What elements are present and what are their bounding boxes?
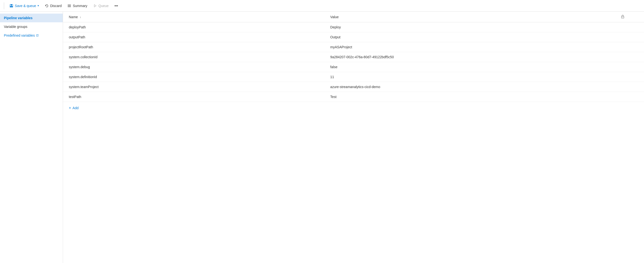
queue-button[interactable]: Queue: [90, 3, 111, 9]
variable-lock-cell: [615, 92, 644, 102]
variable-name: projectRootPath: [63, 42, 324, 52]
variable-name: deployPath: [63, 22, 324, 32]
sidebar: Pipeline variables Variable groups Prede…: [0, 12, 63, 263]
save-queue-button[interactable]: Save & queue ▾: [7, 3, 42, 9]
lock-header-icon: [621, 15, 624, 19]
sidebar-item-pipeline-variables[interactable]: Pipeline variables: [0, 14, 63, 22]
add-variable-button[interactable]: + Add: [63, 103, 84, 113]
table-row: testPath Test: [63, 92, 644, 102]
table-row: outputPath Output: [63, 32, 644, 42]
variable-value: false: [324, 62, 615, 72]
variable-value: Output: [324, 32, 615, 42]
col-header-value: Value: [324, 12, 615, 22]
svg-rect-1: [11, 4, 12, 6]
add-icon: +: [69, 106, 71, 110]
variable-lock-cell: [615, 62, 644, 72]
discard-label: Discard: [50, 4, 62, 8]
sidebar-item-predefined-variables[interactable]: Predefined variables: [0, 31, 63, 40]
variable-value: azure-streamanalytics-cicd-demo: [324, 82, 615, 92]
more-button[interactable]: •••: [112, 3, 120, 9]
variable-lock-cell: [615, 52, 644, 62]
svg-rect-2: [10, 6, 12, 7]
add-label: Add: [72, 106, 78, 110]
variable-value: myASAProject: [324, 42, 615, 52]
variable-lock-cell: [615, 22, 644, 32]
sort-icon: ↑: [80, 16, 81, 19]
toolbar: Save & queue ▾ Discard Summary Queue •••: [0, 0, 644, 12]
table-row: system.definitionId 11: [63, 72, 644, 82]
col-header-lock: [615, 12, 644, 22]
variable-value: 9a284207-002c-476a-80d7-49122bdf5c50: [324, 52, 615, 62]
variable-name: system.debug: [63, 62, 324, 72]
chevron-down-icon: ▾: [38, 4, 39, 7]
summary-icon: [67, 4, 71, 8]
table-row: deployPath Deploy: [63, 22, 644, 32]
variable-lock-cell: [615, 32, 644, 42]
table-row: system.teamProject azure-streamanalytics…: [63, 82, 644, 92]
save-queue-label: Save & queue: [15, 4, 36, 8]
variable-value: Deploy: [324, 22, 615, 32]
variable-name: system.teamProject: [63, 82, 324, 92]
sidebar-item-variable-groups[interactable]: Variable groups: [0, 22, 63, 31]
table-row: system.collectionId 9a284207-002c-476a-8…: [63, 52, 644, 62]
queue-label: Queue: [98, 4, 108, 8]
variable-lock-cell: [615, 82, 644, 92]
variable-name: system.collectionId: [63, 52, 324, 62]
summary-button[interactable]: Summary: [65, 3, 90, 9]
variable-name: outputPath: [63, 32, 324, 42]
queue-icon: [93, 4, 97, 8]
svg-point-8: [622, 17, 623, 18]
variable-name: system.definitionId: [63, 72, 324, 82]
svg-marker-6: [94, 5, 96, 7]
variable-name: testPath: [63, 92, 324, 102]
col-header-name[interactable]: Name ↑: [63, 12, 324, 22]
content-area: Name ↑ Value d: [63, 12, 644, 263]
more-icon: •••: [114, 4, 118, 8]
external-link-icon: [36, 34, 39, 37]
main-layout: Pipeline variables Variable groups Prede…: [0, 12, 644, 263]
variable-value: 11: [324, 72, 615, 82]
table-row: system.debug false: [63, 62, 644, 72]
variable-lock-cell: [615, 72, 644, 82]
discard-icon: [45, 4, 49, 8]
save-icon: [10, 4, 13, 8]
summary-label: Summary: [73, 4, 87, 8]
variables-table: Name ↑ Value d: [63, 12, 644, 102]
variable-lock-cell: [615, 42, 644, 52]
variable-value: Test: [324, 92, 615, 102]
discard-button[interactable]: Discard: [42, 3, 64, 9]
table-row: projectRootPath myASAProject: [63, 42, 644, 52]
